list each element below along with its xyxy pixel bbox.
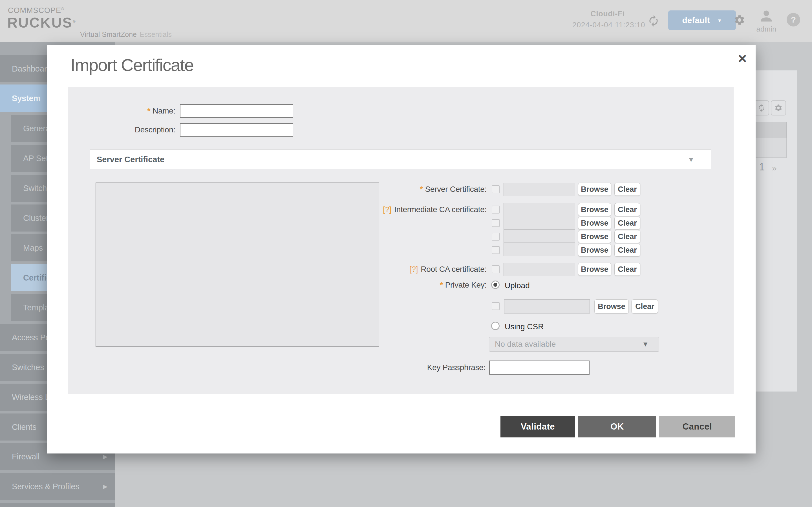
registered-mark: ® bbox=[61, 7, 64, 11]
intermediate-ca-clear-button-4[interactable]: Clear bbox=[614, 244, 640, 257]
commscope-logo: COMMSCOPE® bbox=[8, 6, 64, 15]
required-marker: * bbox=[147, 107, 150, 115]
domain-selector-label: default bbox=[682, 15, 710, 25]
root-ca-label: [?]Root CA certificate: bbox=[329, 263, 487, 276]
sidebar-item-label: Dashboard bbox=[12, 64, 51, 73]
using-csr-radio-label: Using CSR bbox=[505, 322, 544, 331]
product-edition: Essentials bbox=[140, 31, 172, 38]
sidebar-item-label: Firewall bbox=[12, 452, 40, 461]
private-key-file-field bbox=[504, 299, 590, 314]
dialog-title: Import Certificate bbox=[70, 55, 193, 75]
private-key-browse-button[interactable]: Browse bbox=[594, 299, 629, 314]
private-key-clear-button[interactable]: Clear bbox=[631, 299, 658, 314]
gear-icon[interactable] bbox=[733, 14, 746, 26]
registered-mark: ® bbox=[73, 19, 77, 23]
private-key-label: *Private Key: bbox=[329, 280, 487, 290]
intermediate-ca-checkbox-1[interactable] bbox=[492, 206, 500, 214]
pagination-next-icon[interactable]: » bbox=[772, 163, 776, 173]
description-input[interactable] bbox=[180, 123, 293, 136]
user-name: admin bbox=[752, 25, 780, 34]
name-input[interactable] bbox=[180, 104, 293, 118]
table-settings-gear-icon[interactable] bbox=[771, 100, 786, 115]
intermediate-ca-browse-button-4[interactable]: Browse bbox=[578, 244, 611, 257]
intermediate-ca-browse-button-2[interactable]: Browse bbox=[578, 217, 611, 230]
ruckus-logo: RUCKUS® bbox=[7, 15, 77, 31]
dropdown-chevron-down-icon: ▼ bbox=[642, 340, 649, 348]
system-datetime: 2024-04-04 11:23:10 bbox=[572, 20, 643, 29]
intermediate-ca-clear-button-2[interactable]: Clear bbox=[614, 217, 640, 230]
collapse-chevron-down-icon: ▼ bbox=[688, 155, 695, 164]
private-key-checkbox[interactable] bbox=[492, 302, 500, 310]
server-certificate-browse-button[interactable]: Browse bbox=[578, 183, 611, 196]
intermediate-ca-clear-button-1[interactable]: Clear bbox=[614, 203, 640, 216]
root-ca-browse-button[interactable]: Browse bbox=[578, 263, 611, 276]
intermediate-ca-file-field-3 bbox=[504, 229, 575, 243]
using-csr-radio[interactable] bbox=[491, 322, 500, 330]
screen: COMMSCOPE® RUCKUS® Virtual SmartZoneEsse… bbox=[0, 0, 812, 507]
product-name: Virtual SmartZoneEssentials bbox=[80, 31, 172, 39]
chevron-down-icon: ▼ bbox=[717, 17, 722, 24]
required-marker: * bbox=[440, 281, 443, 289]
sidebar-item-partial bbox=[0, 503, 115, 507]
root-ca-file-field bbox=[504, 263, 575, 276]
key-passphrase-label: Key Passphrase: bbox=[327, 360, 486, 375]
intermediate-ca-file-field-1 bbox=[504, 203, 575, 216]
cluster-name: Cloudi-Fi bbox=[572, 10, 643, 18]
server-certificate-checkbox[interactable] bbox=[492, 185, 500, 193]
pagination-page-1[interactable]: 1 bbox=[759, 161, 765, 173]
upload-radio[interactable] bbox=[491, 281, 500, 289]
intermediate-ca-browse-button-1[interactable]: Browse bbox=[578, 203, 611, 216]
intermediate-ca-clear-button-3[interactable]: Clear bbox=[614, 230, 640, 243]
submenu-arrow-icon: ▶ bbox=[103, 483, 107, 490]
required-marker: * bbox=[420, 185, 423, 193]
intermediate-ca-checkbox-2[interactable] bbox=[492, 219, 500, 227]
server-certificate-section-header[interactable]: Server Certificate ▼ bbox=[90, 150, 711, 169]
intermediate-ca-file-field-4 bbox=[504, 242, 575, 256]
section-title: Server Certificate bbox=[97, 155, 164, 164]
sidebar-item-label: Clients bbox=[12, 422, 36, 432]
server-certificate-file-field bbox=[504, 183, 575, 196]
help-marker: [?] bbox=[383, 205, 391, 214]
sidebar-item-services-profiles[interactable]: Services & Profiles▶ bbox=[0, 473, 115, 500]
intermediate-ca-browse-button-3[interactable]: Browse bbox=[578, 230, 611, 243]
import-certificate-dialog: Import Certificate ✕ *Name: Description:… bbox=[47, 45, 756, 453]
server-certificate-clear-button[interactable]: Clear bbox=[614, 183, 640, 196]
import-certificate-form: *Name: Description: Server Certificate ▼… bbox=[68, 87, 733, 394]
background-certificates-panel: 1 » bbox=[756, 70, 797, 392]
help-marker: [?] bbox=[409, 265, 418, 274]
sidebar-item-label: Switches bbox=[12, 363, 44, 372]
intermediate-ca-checkbox-4[interactable] bbox=[492, 246, 500, 254]
csr-select-dropdown[interactable]: No data available ▼ bbox=[489, 337, 659, 351]
intermediate-ca-label: [?]Intermediate CA certificate: bbox=[329, 203, 487, 216]
sidebar-item-label: Maps bbox=[23, 243, 43, 252]
csr-select-value: No data available bbox=[495, 340, 556, 349]
table-refresh-icon[interactable] bbox=[754, 100, 769, 115]
intermediate-ca-file-field-2 bbox=[504, 216, 575, 230]
intermediate-ca-checkbox-3[interactable] bbox=[492, 233, 500, 240]
key-passphrase-input[interactable] bbox=[489, 360, 590, 375]
cluster-info: Cloudi-Fi 2024-04-04 11:23:10 bbox=[572, 10, 643, 29]
root-ca-clear-button[interactable]: Clear bbox=[614, 263, 640, 276]
refresh-icon[interactable] bbox=[647, 15, 660, 27]
root-ca-checkbox[interactable] bbox=[492, 265, 500, 273]
sidebar-item-label: Cluster bbox=[23, 214, 49, 223]
validate-button[interactable]: Validate bbox=[500, 416, 575, 438]
description-label: Description: bbox=[91, 123, 175, 136]
ok-button[interactable]: OK bbox=[578, 416, 656, 438]
server-certificate-label: *Server Certificate: bbox=[329, 182, 487, 196]
sidebar-item-label: Services & Profiles bbox=[12, 482, 80, 491]
domain-selector-button[interactable]: default ▼ bbox=[668, 10, 736, 30]
table-row-fragment bbox=[755, 138, 786, 158]
sidebar-item-label: System bbox=[12, 94, 41, 103]
top-bar: COMMSCOPE® RUCKUS® Virtual SmartZoneEsse… bbox=[0, 0, 812, 42]
help-icon[interactable]: ? bbox=[786, 13, 800, 26]
table-header-fragment bbox=[755, 122, 786, 138]
upload-radio-label: Upload bbox=[505, 281, 530, 290]
name-label: *Name: bbox=[91, 104, 175, 118]
user-avatar-icon[interactable] bbox=[759, 8, 774, 24]
close-icon[interactable]: ✕ bbox=[733, 50, 751, 67]
submenu-arrow-icon: ▶ bbox=[103, 453, 107, 460]
cancel-button[interactable]: Cancel bbox=[659, 416, 735, 438]
